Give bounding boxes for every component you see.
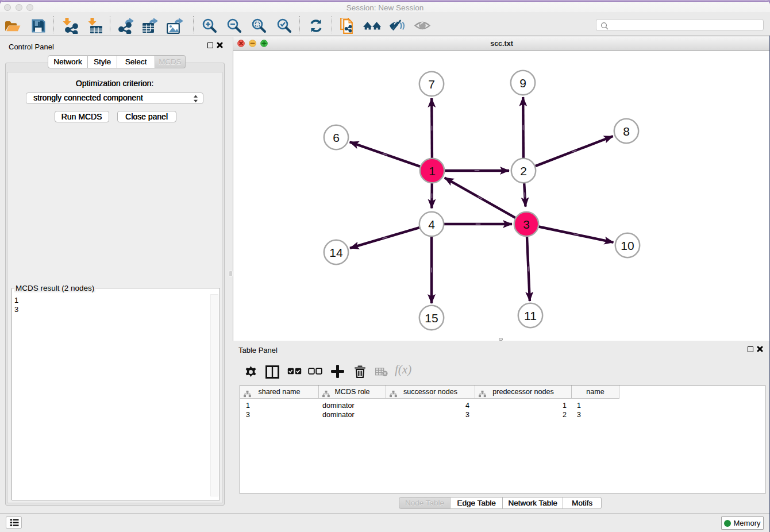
svg-text:2: 2: [520, 164, 527, 178]
svg-text:3: 3: [523, 218, 530, 231]
svg-text:15: 15: [425, 311, 438, 325]
svg-text:10: 10: [621, 239, 634, 252]
svg-text:14: 14: [329, 246, 343, 259]
svg-text:1: 1: [429, 164, 436, 178]
svg-text:11: 11: [524, 309, 537, 322]
svg-text:8: 8: [623, 125, 630, 138]
svg-text:6: 6: [333, 131, 340, 144]
svg-text:4: 4: [428, 218, 435, 231]
svg-text:7: 7: [428, 78, 435, 91]
svg-text:9: 9: [519, 76, 526, 90]
